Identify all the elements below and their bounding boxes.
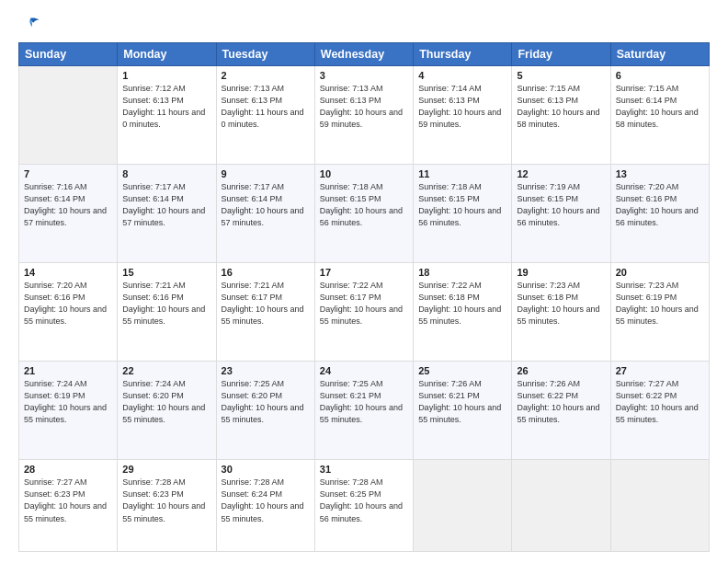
day-number: 28 [24,464,112,475]
day-info: Sunrise: 7:21 AM Sunset: 6:16 PM Dayligh… [122,280,210,327]
day-info: Sunrise: 7:20 AM Sunset: 6:16 PM Dayligh… [24,280,112,327]
calendar-cell: 31Sunrise: 7:28 AM Sunset: 6:25 PM Dayli… [314,460,413,552]
day-number: 2 [222,70,310,81]
calendar-cell: 26Sunrise: 7:26 AM Sunset: 6:22 PM Dayli… [512,362,610,460]
day-number: 20 [616,267,704,278]
calendar-cell: 18Sunrise: 7:22 AM Sunset: 6:18 PM Dayli… [414,263,512,362]
day-number: 3 [320,70,408,81]
calendar-cell: 25Sunrise: 7:26 AM Sunset: 6:21 PM Dayli… [414,362,512,460]
day-number: 21 [24,365,112,376]
calendar-cell: 14Sunrise: 7:20 AM Sunset: 6:16 PM Dayli… [19,263,118,362]
day-info: Sunrise: 7:25 AM Sunset: 6:21 PM Dayligh… [320,378,408,426]
calendar-cell: 19Sunrise: 7:23 AM Sunset: 6:18 PM Dayli… [512,263,610,362]
calendar-cell [19,66,118,165]
day-info: Sunrise: 7:17 AM Sunset: 6:14 PM Dayligh… [222,181,310,229]
calendar-cell: 29Sunrise: 7:28 AM Sunset: 6:23 PM Dayli… [118,460,216,552]
day-info: Sunrise: 7:21 AM Sunset: 6:17 PM Dayligh… [222,280,310,327]
day-number: 25 [418,365,506,376]
day-header-wednesday: Wednesday [314,43,413,66]
calendar-cell: 21Sunrise: 7:24 AM Sunset: 6:19 PM Dayli… [19,362,118,460]
calendar-cell: 4Sunrise: 7:14 AM Sunset: 6:13 PM Daylig… [414,66,512,165]
day-info: Sunrise: 7:28 AM Sunset: 6:23 PM Dayligh… [122,477,210,524]
calendar-cell [512,460,610,552]
day-info: Sunrise: 7:23 AM Sunset: 6:18 PM Dayligh… [517,280,605,327]
calendar-header-row: SundayMondayTuesdayWednesdayThursdayFrid… [19,43,710,66]
day-header-tuesday: Tuesday [216,43,314,66]
calendar-cell: 24Sunrise: 7:25 AM Sunset: 6:21 PM Dayli… [314,362,413,460]
day-number: 4 [418,70,506,81]
calendar-cell [610,460,709,552]
calendar-cell: 16Sunrise: 7:21 AM Sunset: 6:17 PM Dayli… [216,263,314,362]
calendar-cell: 30Sunrise: 7:28 AM Sunset: 6:24 PM Dayli… [216,460,314,552]
day-number: 16 [222,267,310,278]
day-number: 31 [320,464,408,475]
calendar-cell: 10Sunrise: 7:18 AM Sunset: 6:15 PM Dayli… [314,165,413,263]
day-info: Sunrise: 7:23 AM Sunset: 6:19 PM Dayligh… [616,280,704,327]
day-number: 22 [122,365,210,376]
day-number: 27 [616,365,704,376]
day-header-friday: Friday [512,43,610,66]
calendar-cell: 15Sunrise: 7:21 AM Sunset: 6:16 PM Dayli… [118,263,216,362]
day-info: Sunrise: 7:22 AM Sunset: 6:18 PM Dayligh… [418,280,506,327]
day-info: Sunrise: 7:28 AM Sunset: 6:24 PM Dayligh… [222,477,310,524]
calendar-cell: 7Sunrise: 7:16 AM Sunset: 6:14 PM Daylig… [19,165,118,263]
day-info: Sunrise: 7:27 AM Sunset: 6:22 PM Dayligh… [616,378,704,426]
day-info: Sunrise: 7:22 AM Sunset: 6:17 PM Dayligh… [320,280,408,327]
calendar-cell: 20Sunrise: 7:23 AM Sunset: 6:19 PM Dayli… [610,263,709,362]
day-info: Sunrise: 7:15 AM Sunset: 6:14 PM Dayligh… [616,83,704,131]
day-number: 30 [222,464,310,475]
day-number: 6 [616,70,704,81]
day-header-thursday: Thursday [414,43,512,66]
calendar-cell: 23Sunrise: 7:25 AM Sunset: 6:20 PM Dayli… [216,362,314,460]
calendar-cell: 1Sunrise: 7:12 AM Sunset: 6:13 PM Daylig… [118,66,216,165]
calendar-cell: 27Sunrise: 7:27 AM Sunset: 6:22 PM Dayli… [610,362,709,460]
day-number: 9 [222,168,310,179]
calendar-cell: 6Sunrise: 7:15 AM Sunset: 6:14 PM Daylig… [610,66,709,165]
day-info: Sunrise: 7:18 AM Sunset: 6:15 PM Dayligh… [320,181,408,229]
calendar-cell: 11Sunrise: 7:18 AM Sunset: 6:15 PM Dayli… [414,165,512,263]
day-info: Sunrise: 7:12 AM Sunset: 6:13 PM Dayligh… [122,83,210,131]
day-number: 15 [122,267,210,278]
day-info: Sunrise: 7:18 AM Sunset: 6:15 PM Dayligh… [418,181,506,229]
day-header-monday: Monday [118,43,216,66]
day-number: 13 [616,168,704,179]
day-number: 18 [418,267,506,278]
day-header-sunday: Sunday [19,43,118,66]
day-info: Sunrise: 7:14 AM Sunset: 6:13 PM Dayligh… [418,83,506,131]
day-info: Sunrise: 7:27 AM Sunset: 6:23 PM Dayligh… [24,477,112,524]
day-info: Sunrise: 7:16 AM Sunset: 6:14 PM Dayligh… [24,181,112,229]
day-number: 26 [517,365,605,376]
logo-bird-icon [20,17,40,33]
calendar-cell: 5Sunrise: 7:15 AM Sunset: 6:13 PM Daylig… [512,66,610,165]
calendar-cell: 17Sunrise: 7:22 AM Sunset: 6:17 PM Dayli… [314,263,413,362]
day-number: 11 [418,168,506,179]
day-info: Sunrise: 7:28 AM Sunset: 6:25 PM Dayligh… [320,477,408,524]
header [18,17,710,33]
calendar-cell: 3Sunrise: 7:13 AM Sunset: 6:13 PM Daylig… [314,66,413,165]
day-info: Sunrise: 7:15 AM Sunset: 6:13 PM Dayligh… [517,83,605,131]
calendar-cell: 9Sunrise: 7:17 AM Sunset: 6:14 PM Daylig… [216,165,314,263]
day-number: 19 [517,267,605,278]
calendar-cell: 2Sunrise: 7:13 AM Sunset: 6:13 PM Daylig… [216,66,314,165]
day-number: 17 [320,267,408,278]
logo [18,17,40,33]
day-info: Sunrise: 7:26 AM Sunset: 6:21 PM Dayligh… [418,378,506,426]
day-info: Sunrise: 7:26 AM Sunset: 6:22 PM Dayligh… [517,378,605,426]
day-header-saturday: Saturday [610,43,709,66]
day-number: 23 [222,365,310,376]
day-number: 24 [320,365,408,376]
day-info: Sunrise: 7:25 AM Sunset: 6:20 PM Dayligh… [222,378,310,426]
day-info: Sunrise: 7:13 AM Sunset: 6:13 PM Dayligh… [320,83,408,131]
day-info: Sunrise: 7:17 AM Sunset: 6:14 PM Dayligh… [122,181,210,229]
day-number: 1 [122,70,210,81]
day-info: Sunrise: 7:20 AM Sunset: 6:16 PM Dayligh… [616,181,704,229]
day-number: 12 [517,168,605,179]
day-info: Sunrise: 7:24 AM Sunset: 6:19 PM Dayligh… [24,378,112,426]
calendar-cell: 13Sunrise: 7:20 AM Sunset: 6:16 PM Dayli… [610,165,709,263]
calendar-cell: 12Sunrise: 7:19 AM Sunset: 6:15 PM Dayli… [512,165,610,263]
calendar-cell: 22Sunrise: 7:24 AM Sunset: 6:20 PM Dayli… [118,362,216,460]
day-info: Sunrise: 7:13 AM Sunset: 6:13 PM Dayligh… [222,83,310,131]
day-info: Sunrise: 7:19 AM Sunset: 6:15 PM Dayligh… [517,181,605,229]
calendar-cell: 28Sunrise: 7:27 AM Sunset: 6:23 PM Dayli… [19,460,118,552]
day-number: 8 [122,168,210,179]
